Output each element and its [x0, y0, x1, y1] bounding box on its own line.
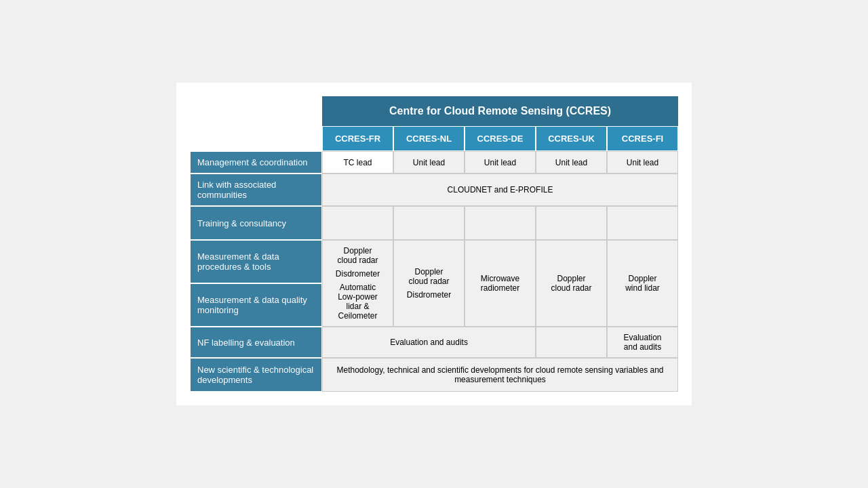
instrument-doppler-nl: Dopplercloud radar	[408, 267, 449, 286]
country-fr: CCRES-FR	[322, 126, 393, 151]
corner-empty	[190, 96, 322, 126]
row-label-measurement-tools: Measurement & data procedures & tools	[190, 240, 322, 283]
corner-empty-2	[190, 126, 322, 151]
cell-training-de	[465, 206, 536, 240]
instrument-disdrometer-fr: Disdrometer	[336, 269, 380, 279]
country-de: CCRES-DE	[465, 126, 536, 151]
country-fi: CCRES-FI	[607, 126, 678, 151]
cell-instruments-nl: Dopplercloud radar Disdrometer	[393, 240, 465, 327]
cell-eval-fi: Evaluationand audits	[607, 327, 678, 358]
cell-unit-lead-uk: Unit lead	[536, 151, 607, 174]
instrument-wind-lidar-fi: Dopplerwind lidar	[625, 274, 660, 293]
cell-cloudnet: CLOUDNET and E-PROFILE	[322, 174, 678, 206]
row-label-communities: Link with associated communities	[190, 174, 322, 206]
cell-unit-lead-fi: Unit lead	[607, 151, 678, 174]
cell-unit-lead-nl: Unit lead	[393, 151, 465, 174]
cell-methodology: Methodology, technical and scientific de…	[322, 358, 678, 392]
row-label-management: Management & coordination	[190, 151, 322, 174]
main-container: Centre for Cloud Remote Sensing (CCRES) …	[176, 83, 692, 405]
cell-tc-lead: TC lead	[322, 151, 393, 174]
instrument-microwave-de: Microwaveradiometer	[481, 274, 519, 293]
instrument-lidar-fr: AutomaticLow-powerlidar &Ceilometer	[338, 283, 378, 321]
row-label-quality: Measurement & data quality monitoring	[190, 283, 322, 327]
cell-instruments-uk: Dopplercloud radar	[536, 240, 607, 327]
cell-instruments-fi: Dopplerwind lidar	[607, 240, 678, 327]
cell-eval-empty	[536, 327, 607, 358]
row-label-nf-labelling: NF labelling & evaluation	[190, 327, 322, 358]
instrument-doppler-fr: Dopplercloud radar	[337, 246, 378, 265]
main-title: Centre for Cloud Remote Sensing (CCRES)	[322, 96, 678, 126]
cell-training-nl	[393, 206, 465, 240]
cell-training-fr	[322, 206, 393, 240]
country-uk: CCRES-UK	[536, 126, 607, 151]
cell-unit-lead-de: Unit lead	[465, 151, 536, 174]
row-label-scientific: New scientific & technological developme…	[190, 358, 322, 392]
eval-audits-text: Evaluation and audits	[390, 338, 468, 347]
cell-training-uk	[536, 206, 607, 240]
org-chart-grid: Centre for Cloud Remote Sensing (CCRES) …	[190, 96, 678, 392]
country-nl: CCRES-NL	[393, 126, 465, 151]
cell-eval-audits-span: Evaluation and audits	[322, 327, 536, 358]
eval-audits-fi: Evaluationand audits	[623, 333, 661, 352]
instrument-doppler-uk: Dopplercloud radar	[551, 274, 591, 293]
instrument-disdrometer-nl: Disdrometer	[407, 290, 451, 300]
cell-instruments-fr: Dopplercloud radar Disdrometer Automatic…	[322, 240, 393, 327]
cell-training-fi	[607, 206, 678, 240]
row-label-training: Training & consultancy	[190, 206, 322, 240]
methodology-text: Methodology, technical and scientific de…	[326, 365, 674, 384]
cell-instruments-de: Microwaveradiometer	[465, 240, 536, 327]
